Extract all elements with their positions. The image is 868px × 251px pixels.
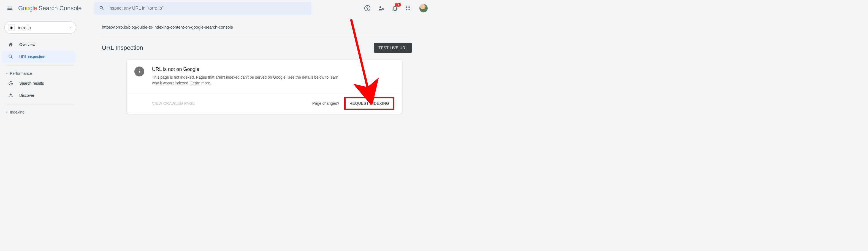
search-icon [8,53,14,60]
home-icon [8,41,14,47]
menu-icon[interactable] [7,5,13,11]
sidebar-item-discover[interactable]: Discover [2,89,76,102]
sidebar-item-label: URL inspection [19,55,45,59]
property-favicon: ◉ [8,25,14,31]
user-settings-icon[interactable] [378,5,384,11]
svg-point-7 [406,7,407,8]
sidebar-item-overview[interactable]: Overview [2,38,76,50]
test-live-url-button[interactable]: TEST LIVE URL [374,43,412,53]
property-selector[interactable]: ◉ torro.io [4,22,76,34]
section-label: Performance [10,71,32,76]
status-title: URL is not on Google [152,67,345,72]
info-icon: i [134,67,144,76]
notifications-icon[interactable]: 78 [392,5,398,11]
chevron-down-icon: ▾ [6,110,8,114]
card-actions: VIEW CRAWLED PAGE Page changed? REQUEST … [127,93,402,114]
dropdown-icon [68,25,72,30]
sidebar-item-label: Discover [19,93,34,98]
search-bar[interactable] [94,2,311,14]
svg-point-11 [408,9,408,10]
sidebar-item-label: Search results [19,81,44,85]
learn-more-link[interactable]: Learn more [191,81,210,85]
svg-point-8 [408,7,408,8]
topbar-right: 78 [364,4,431,13]
status-text-block: URL is not on Google This page is not in… [152,67,345,86]
svg-point-6 [409,6,410,7]
inspected-url: https://torro.io/blog/guide-to-indexing-… [102,22,412,36]
svg-point-10 [406,9,407,10]
notification-badge: 78 [395,3,401,7]
svg-point-2 [379,6,381,8]
sidebar-item-search-results[interactable]: Search results [2,77,76,89]
search-icon [99,5,105,11]
app-logo[interactable]: Google Search Console [18,5,82,12]
sidebar-item-url-inspection[interactable]: URL inspection [2,50,76,63]
sidebar-section-performance[interactable]: ▾ Performance [2,68,78,77]
sidebar: ◉ torro.io Overview URL inspection ▾ Per… [0,16,80,116]
view-crawled-page-button: VIEW CRAWLED PAGE [152,101,195,106]
svg-point-9 [409,7,410,8]
page-title: URL Inspection [102,44,143,51]
chevron-down-icon: ▾ [6,71,8,75]
status-desc-text: This page is not indexed. Pages that are… [152,75,338,85]
help-icon[interactable] [364,5,371,11]
main-content: https://torro.io/blog/guide-to-indexing-… [80,16,434,114]
avatar[interactable] [419,4,428,13]
svg-point-12 [409,9,410,10]
discover-icon [8,93,14,99]
search-input[interactable] [108,6,307,11]
card-body: i URL is not on Google This page is not … [127,60,402,93]
search-console-text: Search Console [38,5,82,12]
sidebar-section-indexing[interactable]: ▾ Indexing [2,107,78,116]
apps-icon[interactable] [405,5,412,11]
svg-point-4 [406,6,407,7]
request-indexing-button[interactable]: REQUEST INDEXING [349,101,389,106]
property-name: torro.io [18,25,68,30]
section-label: Indexing [10,110,25,114]
annotation-highlight: REQUEST INDEXING [344,97,394,110]
section-header: URL Inspection TEST LIVE URL [102,36,412,53]
svg-point-5 [408,6,408,7]
page-changed-label: Page changed? [312,101,339,106]
status-card: i URL is not on Google This page is not … [127,60,402,114]
google-g-icon [8,80,14,86]
status-description: This page is not indexed. Pages that are… [152,74,345,86]
sidebar-item-label: Overview [19,42,35,47]
google-logo-text: Google [18,5,37,12]
topbar: Google Search Console 78 [0,0,434,16]
divider [6,65,74,66]
